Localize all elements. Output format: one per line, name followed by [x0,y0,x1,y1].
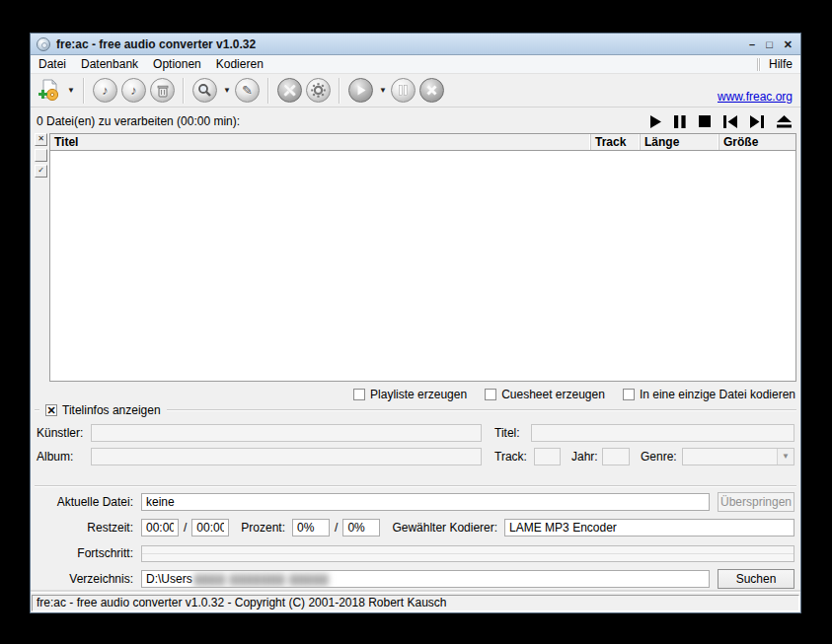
column-header-groesse[interactable]: Größe [719,134,795,150]
menu-separator [757,58,758,71]
client-area: 0 Datei(en) zu verarbeiten (00:00 min): [31,107,800,592]
close-button[interactable]: ✕ [784,38,793,50]
chevron-down-icon: ▼ [67,86,75,95]
add-files-dropdown[interactable]: ▼ [64,85,76,96]
progress-bar-total [142,553,794,561]
magnifier-icon [192,78,217,103]
checkbox-icon [353,389,365,400]
next-track-icon[interactable] [750,115,764,128]
current-file-label: Aktuelle Datei: [37,495,141,509]
track-field[interactable] [534,448,561,465]
toolbar-separator [339,78,340,104]
menu-kodieren[interactable]: Kodieren [216,57,264,71]
maximize-button[interactable]: □ [766,38,773,50]
artist-field[interactable] [91,424,482,442]
groupbox-line [167,409,796,411]
search-button[interactable]: Suchen [718,569,794,589]
joblist-header: Titel Track Länge Größe [50,134,795,151]
column-header-titel[interactable]: Titel [50,134,591,150]
play-track-icon[interactable] [650,115,661,128]
select-all-button[interactable]: ✕ [35,133,47,146]
remove-all-button[interactable] [149,77,176,104]
toolbar-separator [183,78,185,104]
time-current-field[interactable] [141,519,179,537]
menu-hilfe[interactable]: Hilfe [769,57,793,71]
add-files-button[interactable] [36,77,62,104]
menu-optionen[interactable]: Optionen [153,57,201,71]
encoder-settings-button[interactable] [305,77,332,104]
joblist-body[interactable] [50,151,795,381]
directory-redacted: ████ ███████ █████ [194,574,330,585]
browse-dropdown[interactable]: ▼ [220,85,232,96]
app-window: fre:ac - free audio converter v1.0.32 – … [30,33,801,613]
single-file-checkbox[interactable]: In eine einzige Datei kodieren [623,388,795,401]
genre-dropdown[interactable]: ▼ [682,448,794,465]
directory-field[interactable]: D:\Users ████ ███████ █████ [141,570,710,588]
current-file-field[interactable] [141,493,710,511]
chevron-down-icon: ▼ [379,86,387,95]
edit-info-button[interactable]: ✎ [234,77,261,104]
toolbar-separator [83,78,85,104]
pause-encoding-button[interactable] [390,77,416,104]
selection-buttons: ✕ ✓ [35,133,47,382]
joblist-status-text: 0 Datei(en) zu verarbeiten (00:00 min): [37,114,240,128]
column-header-laenge[interactable]: Länge [641,134,719,150]
previous-track-icon[interactable] [723,115,737,128]
percent-current-field[interactable] [292,519,330,537]
select-none-button[interactable] [35,149,47,162]
skip-button[interactable]: Überspringen [718,492,794,512]
app-icon [37,37,50,51]
pause-icon [391,78,416,103]
menu-datei[interactable]: Datei [38,57,66,71]
playlist-checkbox[interactable]: Playliste erzeugen [353,388,467,401]
freac-website-link[interactable]: www.freac.org [718,90,795,104]
pencil-icon: ✎ [235,78,260,103]
tag-row-1: Künstler: Titel: [37,423,794,442]
progress-label: Fortschritt: [37,546,141,560]
groupbox-line [35,409,39,411]
music-note-icon: ♪ [121,78,146,103]
encoder-field[interactable] [504,519,794,537]
tag-info-panel: Titelinfos anzeigen Künstler: Titel: Alb… [35,402,796,477]
time-total-field[interactable] [191,519,229,537]
cuesheet-checkbox[interactable]: Cuesheet erzeugen [485,388,605,401]
genre-label: Genre: [641,450,682,464]
browse-button[interactable] [191,77,218,104]
album-label: Album: [37,450,91,464]
title-field[interactable] [531,424,794,442]
column-header-track[interactable]: Track [591,134,641,150]
eject-icon[interactable] [777,115,792,128]
year-field[interactable] [602,448,630,465]
show-tag-info-checkbox[interactable]: Titelinfos anzeigen [45,403,161,417]
general-settings-button[interactable] [276,77,303,104]
joblist-table: Titel Track Länge Größe [49,133,796,382]
panel-separator [35,485,796,487]
start-encoding-dropdown[interactable]: ▼ [376,85,388,96]
add-files-icon [37,78,61,103]
music-info-button[interactable]: ♪ [120,77,147,104]
pause-track-icon[interactable] [674,115,686,128]
transport-controls [650,115,794,128]
menubar: Datei Datenbank Optionen Kodieren Hilfe [31,55,800,74]
minimize-button[interactable]: – [749,38,755,50]
window-title: fre:ac - free audio converter v1.0.32 [56,37,256,51]
chevron-down-icon: ▼ [223,86,231,95]
title-label: Titel: [494,426,531,440]
chevron-down-icon[interactable]: ▼ [777,449,794,465]
cd-query-button[interactable]: ♪ [92,77,118,104]
album-field[interactable] [91,448,482,465]
toolbar: ▼ ♪ ♪ ▼ [31,74,800,107]
directory-value: D:\Users [146,572,192,586]
directory-label: Verzeichnis: [37,572,141,586]
toggle-selection-button[interactable]: ✓ [35,165,47,178]
current-file-row: Aktuelle Datei: Überspringen [37,492,794,512]
start-encoding-button[interactable] [347,77,374,104]
stop-track-icon[interactable] [699,115,711,127]
progress-row: Fortschritt: [37,543,794,563]
slash-separator: / [179,521,191,535]
menu-datenbank[interactable]: Datenbank [81,57,138,71]
percent-total-field[interactable] [342,519,380,537]
year-label: Jahr: [571,450,602,464]
stop-encoding-button[interactable] [418,77,445,104]
checkbox-icon [485,389,496,400]
